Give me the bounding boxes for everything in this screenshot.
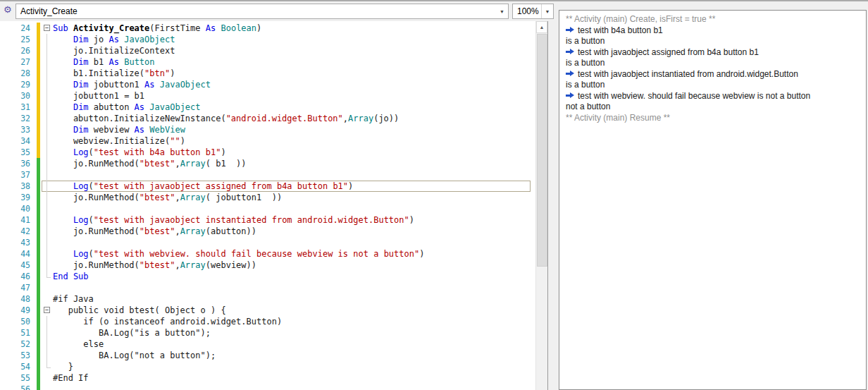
code-text[interactable]: BA.Log("not a button"); [53,350,535,361]
code-text[interactable]: public void btest( Object o ) { [53,305,535,316]
code-text[interactable]: Dim abutton As JavaObject [53,102,535,113]
code-text[interactable]: Dim jo As JavaObject [53,34,535,45]
code-line-body[interactable]: webview.Initialize("") [42,135,535,147]
code-editor[interactable]: 24−Sub Activity_Create(FirstTime As Bool… [0,21,548,390]
code-line[interactable]: 36 jo.RunMethod("btest",Array( b1 )) [0,158,535,169]
code-line[interactable]: 50 if (o instanceof android.widget.Butto… [0,316,535,327]
scrollbar-thumb[interactable] [537,34,547,267]
code-line-body[interactable]: b1.Initialize("btn") [42,68,535,79]
code-text[interactable] [53,384,535,390]
module-selector-dropdown-icon[interactable]: ▼ [496,9,508,14]
code-line[interactable]: 35 Log("test with b4a button b1") [0,147,535,158]
code-text[interactable]: jo.RunMethod("btest",Array( jobutton1 )) [53,192,535,203]
code-text[interactable]: Log("test with webview. should fail beca… [53,248,535,260]
code-text[interactable]: Log("test with javaobject instantiated f… [53,214,535,226]
code-line[interactable]: 44 Log("test with webview. should fail b… [0,248,535,260]
code-text[interactable]: jo.RunMethod("btest",Array(webview)) [53,260,535,271]
code-line[interactable]: 38 Log("test with javaobject assigned fr… [0,181,535,192]
code-line-body[interactable] [42,169,535,181]
code-text[interactable]: Sub Activity_Create(FirstTime As Boolean… [53,23,535,34]
code-text[interactable]: Dim jobutton1 As JavaObject [53,79,535,90]
code-line[interactable]: 26 jo.InitializeContext [0,45,535,56]
code-line[interactable]: 30 jobutton1 = b1 [0,90,535,102]
code-line[interactable]: 29 Dim jobutton1 As JavaObject [0,79,535,90]
code-line[interactable]: 56 [0,384,535,390]
code-line-body[interactable] [42,237,535,248]
code-rows[interactable]: 24−Sub Activity_Create(FirstTime As Bool… [0,23,535,390]
code-line-body[interactable]: Dim abutton As JavaObject [42,102,535,113]
code-line-body[interactable] [42,282,535,293]
code-line[interactable]: 31 Dim abutton As JavaObject [0,102,535,113]
module-selector[interactable]: Activity_Create ▼ [16,4,509,19]
code-line[interactable]: 45 jo.RunMethod("btest",Array(webview)) [0,260,535,271]
code-text[interactable]: Dim webview As WebView [53,124,535,135]
code-line[interactable]: 54 } [0,361,535,372]
code-text[interactable]: Log("test with b4a button b1") [53,147,535,158]
code-line-body[interactable]: −Sub Activity_Create(FirstTime As Boolea… [42,23,535,34]
code-line[interactable]: 48#if Java [0,293,535,305]
code-line-body[interactable]: #End If [42,372,535,384]
code-line[interactable]: 42 jo.RunMethod("btest",Array(abutton)) [0,226,535,237]
code-line[interactable]: 40 [0,203,535,214]
fold-gutter[interactable]: − [42,23,53,34]
code-line-body[interactable] [42,203,535,214]
code-line-body[interactable]: End Sub [42,271,535,282]
code-line-body[interactable]: jo.RunMethod("btest",Array( b1 )) [42,158,535,169]
code-line-body[interactable]: jobutton1 = b1 [42,90,535,102]
code-line[interactable]: 53 BA.Log("not a button"); [0,350,535,361]
code-text[interactable]: jo.RunMethod("btest",Array(abutton)) [53,226,535,237]
code-line[interactable]: 25 Dim jo As JavaObject [0,34,535,45]
current-line-highlight[interactable]: Log("test with javaobject assigned from … [42,181,531,192]
code-line[interactable]: 27 Dim b1 As Button [0,56,535,68]
code-line[interactable]: 39 jo.RunMethod("btest",Array( jobutton1… [0,192,535,203]
fold-gutter[interactable]: − [42,305,53,316]
code-text[interactable]: jo.RunMethod("btest",Array( b1 )) [53,158,535,169]
code-text[interactable]: } [53,361,535,372]
code-text[interactable]: jobutton1 = b1 [53,90,535,102]
code-line-body[interactable]: jo.RunMethod("btest",Array( jobutton1 )) [42,192,535,203]
code-line[interactable]: 46End Sub [0,271,535,282]
code-line-body[interactable]: #if Java [42,293,535,305]
code-line-body[interactable]: BA.Log("not a button"); [42,350,535,361]
code-line[interactable]: 51 BA.Log("is a button"); [0,327,535,339]
code-text[interactable] [53,203,535,214]
code-line-body[interactable] [42,384,535,390]
code-line[interactable]: 32 abutton.InitializeNewInstance("androi… [0,113,535,124]
code-line-body[interactable]: Log("test with webview. should fail beca… [42,248,535,260]
code-line[interactable]: 55#End If [0,372,535,384]
code-line-body[interactable]: abutton.InitializeNewInstance("android.w… [42,113,535,124]
code-line-body[interactable]: BA.Log("is a button"); [42,327,535,339]
code-text[interactable]: End Sub [53,271,535,282]
code-line-body[interactable]: Dim b1 As Button [42,56,535,68]
code-text[interactable]: webview.Initialize("") [53,135,535,147]
code-line-body[interactable]: jo.InitializeContext [42,45,535,56]
code-line[interactable]: 49− public void btest( Object o ) { [0,305,535,316]
collapse-region-icon[interactable]: − [44,25,50,31]
collapse-region-icon[interactable]: − [44,307,50,313]
code-line[interactable]: 47 [0,282,535,293]
code-line[interactable]: 34 webview.Initialize("") [0,135,535,147]
code-text[interactable]: else [53,339,535,350]
code-text[interactable]: Log("test with javaobject assigned from … [53,181,531,192]
code-text[interactable]: BA.Log("is a button"); [53,327,535,339]
code-text[interactable]: Dim b1 As Button [53,56,535,68]
code-line-body[interactable]: jo.RunMethod("btest",Array(abutton)) [42,226,535,237]
code-line-body[interactable]: else [42,339,535,350]
zoom-selector[interactable]: 100% ▼ [512,4,554,19]
code-line[interactable]: 52 else [0,339,535,350]
code-line-body[interactable]: Log("test with javaobject instantiated f… [42,214,535,226]
code-line-body[interactable]: } [42,361,535,372]
code-text[interactable]: b1.Initialize("btn") [53,68,535,79]
scroll-up-button[interactable]: ▲ [536,21,547,33]
code-line[interactable]: 33 Dim webview As WebView [0,124,535,135]
zoom-dropdown-icon[interactable]: ▼ [541,4,553,18]
code-text[interactable] [53,282,535,293]
code-line[interactable]: 24−Sub Activity_Create(FirstTime As Bool… [0,23,535,34]
editor-vertical-scrollbar[interactable]: ▲ [535,21,547,390]
code-line-body[interactable]: Dim jobutton1 As JavaObject [42,79,535,90]
code-line-body[interactable]: Log("test with b4a button b1") [42,147,535,158]
code-line-body[interactable]: Dim jo As JavaObject [42,34,535,45]
code-line[interactable]: 28 b1.Initialize("btn") [0,68,535,79]
code-line[interactable]: 41 Log("test with javaobject instantiate… [0,214,535,226]
code-text[interactable] [53,237,535,248]
